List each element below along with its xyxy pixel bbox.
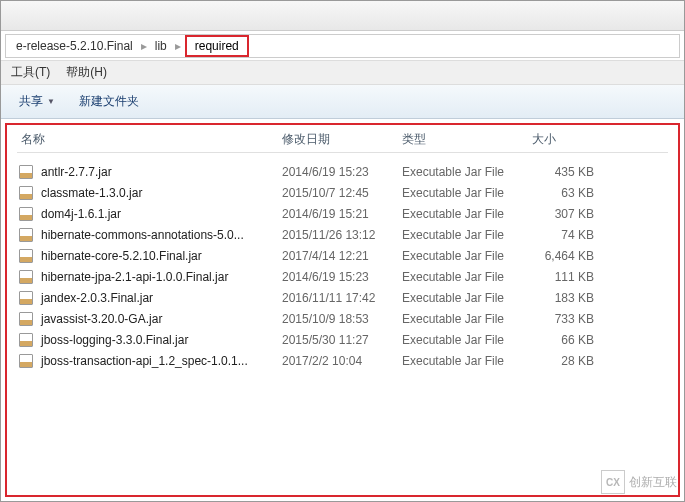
file-name: javassist-3.20.0-GA.jar [41, 312, 162, 326]
file-name-cell: jboss-transaction-api_1.2_spec-1.0.1... [17, 353, 282, 369]
file-name-cell: hibernate-jpa-2.1-api-1.0.0.Final.jar [17, 269, 282, 285]
file-size: 63 KB [532, 186, 602, 200]
file-date: 2015/10/7 12:45 [282, 186, 402, 200]
file-name: jandex-2.0.3.Final.jar [41, 291, 153, 305]
file-row[interactable]: hibernate-commons-annotations-5.0...2015… [17, 224, 668, 245]
file-type: Executable Jar File [402, 207, 532, 221]
breadcrumb-segment[interactable]: lib [149, 39, 173, 53]
breadcrumb-bar: e-release-5.2.10.Final ▸ lib ▸ required [1, 31, 684, 61]
window-title-bar [1, 1, 684, 31]
file-row[interactable]: dom4j-1.6.1.jar2014/6/19 15:21Executable… [17, 203, 668, 224]
file-name-cell: jboss-logging-3.3.0.Final.jar [17, 332, 282, 348]
jar-file-icon [17, 206, 35, 222]
file-row[interactable]: antlr-2.7.7.jar2014/6/19 15:23Executable… [17, 161, 668, 182]
file-date: 2015/11/26 13:12 [282, 228, 402, 242]
file-size: 28 KB [532, 354, 602, 368]
file-row[interactable]: classmate-1.3.0.jar2015/10/7 12:45Execut… [17, 182, 668, 203]
jar-file-icon [17, 269, 35, 285]
toolbar-new-folder[interactable]: 新建文件夹 [79, 93, 139, 110]
file-date: 2014/6/19 15:21 [282, 207, 402, 221]
header-type[interactable]: 类型 [402, 131, 532, 148]
file-type: Executable Jar File [402, 228, 532, 242]
file-row[interactable]: jandex-2.0.3.Final.jar2016/11/11 17:42Ex… [17, 287, 668, 308]
file-type: Executable Jar File [402, 333, 532, 347]
breadcrumb-segment[interactable]: e-release-5.2.10.Final [10, 39, 139, 53]
jar-file-icon [17, 185, 35, 201]
file-size: 66 KB [532, 333, 602, 347]
file-type: Executable Jar File [402, 186, 532, 200]
file-row[interactable]: jboss-logging-3.3.0.Final.jar2015/5/30 1… [17, 329, 668, 350]
jar-file-icon [17, 227, 35, 243]
header-size[interactable]: 大小 [532, 131, 602, 148]
file-name: hibernate-jpa-2.1-api-1.0.0.Final.jar [41, 270, 228, 284]
file-row[interactable]: hibernate-core-5.2.10.Final.jar2017/4/14… [17, 245, 668, 266]
menu-bar: 工具(T) 帮助(H) [1, 61, 684, 85]
file-name: classmate-1.3.0.jar [41, 186, 142, 200]
header-date[interactable]: 修改日期 [282, 131, 402, 148]
file-date: 2014/6/19 15:23 [282, 165, 402, 179]
file-size: 183 KB [532, 291, 602, 305]
file-date: 2017/4/14 12:21 [282, 249, 402, 263]
file-type: Executable Jar File [402, 270, 532, 284]
breadcrumb-current[interactable]: required [185, 35, 249, 57]
file-name-cell: antlr-2.7.7.jar [17, 164, 282, 180]
file-name: antlr-2.7.7.jar [41, 165, 112, 179]
file-name-cell: dom4j-1.6.1.jar [17, 206, 282, 222]
file-type: Executable Jar File [402, 354, 532, 368]
chevron-right-icon: ▸ [139, 39, 149, 53]
file-name-cell: classmate-1.3.0.jar [17, 185, 282, 201]
file-size: 6,464 KB [532, 249, 602, 263]
menu-help[interactable]: 帮助(H) [66, 64, 107, 81]
chevron-right-icon: ▸ [173, 39, 183, 53]
file-name-cell: javassist-3.20.0-GA.jar [17, 311, 282, 327]
file-type: Executable Jar File [402, 291, 532, 305]
breadcrumb[interactable]: e-release-5.2.10.Final ▸ lib ▸ required [5, 34, 680, 58]
file-name: jboss-transaction-api_1.2_spec-1.0.1... [41, 354, 248, 368]
file-date: 2016/11/11 17:42 [282, 291, 402, 305]
file-row[interactable]: javassist-3.20.0-GA.jar2015/10/9 18:53Ex… [17, 308, 668, 329]
file-date: 2014/6/19 15:23 [282, 270, 402, 284]
menu-tools[interactable]: 工具(T) [11, 64, 50, 81]
file-name: jboss-logging-3.3.0.Final.jar [41, 333, 188, 347]
file-type: Executable Jar File [402, 165, 532, 179]
file-type: Executable Jar File [402, 249, 532, 263]
jar-file-icon [17, 332, 35, 348]
jar-file-icon [17, 311, 35, 327]
file-name-cell: hibernate-commons-annotations-5.0... [17, 227, 282, 243]
file-row[interactable]: hibernate-jpa-2.1-api-1.0.0.Final.jar201… [17, 266, 668, 287]
file-date: 2017/2/2 10:04 [282, 354, 402, 368]
file-name-cell: jandex-2.0.3.Final.jar [17, 290, 282, 306]
toolbar-share[interactable]: 共享 ▼ [19, 93, 55, 110]
file-size: 74 KB [532, 228, 602, 242]
file-list: antlr-2.7.7.jar2014/6/19 15:23Executable… [17, 161, 668, 371]
file-size: 111 KB [532, 270, 602, 284]
file-name: dom4j-1.6.1.jar [41, 207, 121, 221]
file-size: 733 KB [532, 312, 602, 326]
header-name[interactable]: 名称 [17, 131, 282, 148]
chevron-down-icon: ▼ [47, 97, 55, 106]
jar-file-icon [17, 164, 35, 180]
file-type: Executable Jar File [402, 312, 532, 326]
file-date: 2015/10/9 18:53 [282, 312, 402, 326]
file-date: 2015/5/30 11:27 [282, 333, 402, 347]
file-name: hibernate-commons-annotations-5.0... [41, 228, 244, 242]
jar-file-icon [17, 248, 35, 264]
column-headers: 名称 修改日期 类型 大小 [17, 131, 668, 153]
file-row[interactable]: jboss-transaction-api_1.2_spec-1.0.1...2… [17, 350, 668, 371]
file-size: 307 KB [532, 207, 602, 221]
jar-file-icon [17, 290, 35, 306]
file-name-cell: hibernate-core-5.2.10.Final.jar [17, 248, 282, 264]
file-name: hibernate-core-5.2.10.Final.jar [41, 249, 202, 263]
jar-file-icon [17, 353, 35, 369]
share-label: 共享 [19, 93, 43, 110]
toolbar: 共享 ▼ 新建文件夹 [1, 85, 684, 119]
file-size: 435 KB [532, 165, 602, 179]
